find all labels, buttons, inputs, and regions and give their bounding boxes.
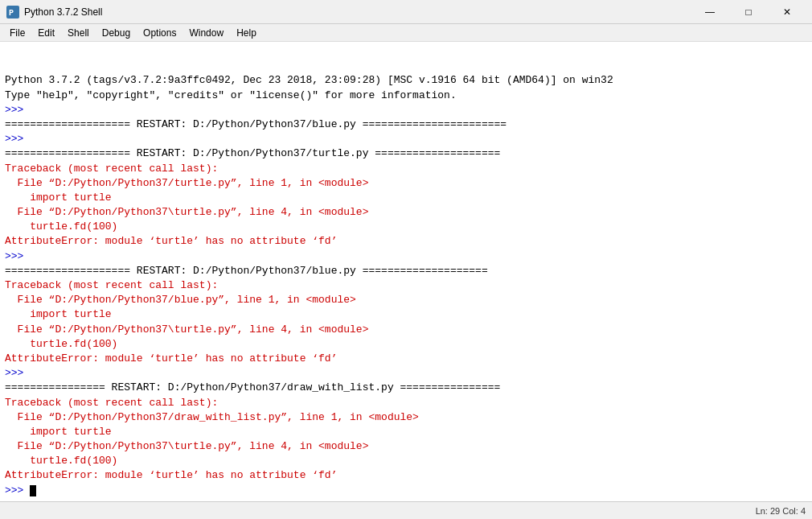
window-title: Python 3.7.2 Shell [24, 6, 691, 18]
menubar: FileEditShellDebugOptionsWindowHelp [0, 24, 812, 42]
shell-line: File “D:/Python/Python37/draw_with_list.… [5, 410, 807, 425]
maximize-button[interactable]: □ [730, 0, 767, 24]
shell-line: File “D:/Python/Python37/turtle.py”, lin… [5, 176, 807, 191]
shell-line: >>> [5, 132, 807, 146]
shell-line: import turtle [5, 191, 807, 205]
shell-line: import turtle [5, 307, 807, 322]
menu-item-file[interactable]: File [3, 26, 31, 40]
window-controls: — □ ✕ [691, 0, 806, 24]
shell-line: ==================== RESTART: D:/Python/… [5, 264, 807, 278]
app-icon: P [6, 6, 19, 19]
minimize-button[interactable]: — [691, 0, 728, 24]
shell-line: AttributeError: module ‘turtle’ has no a… [5, 352, 807, 366]
shell-line: import turtle [5, 425, 807, 439]
shell-line: >>> [5, 249, 807, 264]
menu-item-edit[interactable]: Edit [31, 26, 61, 40]
shell-line: ==================== RESTART: D:/Python/… [5, 117, 807, 132]
shell-line: ==================== RESTART: D:/Python/… [5, 146, 807, 161]
shell-line: File “D:/Python/Python37\turtle.py”, lin… [5, 205, 807, 220]
menu-item-debug[interactable]: Debug [96, 26, 137, 40]
menu-item-window[interactable]: Window [182, 26, 230, 40]
close-button[interactable]: ✕ [769, 0, 806, 24]
shell-line: File “D:/Python/Python37\turtle.py”, lin… [5, 323, 807, 337]
shell-cursor [30, 485, 36, 496]
shell-output[interactable]: Python 3.7.2 (tags/v3.7.2:9a3ffc0492, De… [0, 42, 812, 501]
shell-line: Python 3.7.2 (tags/v3.7.2:9a3ffc0492, De… [5, 73, 807, 88]
shell-line: Traceback (most recent call last): [5, 396, 807, 410]
shell-line: Traceback (most recent call last): [5, 162, 807, 176]
shell-line: turtle.fd(100) [5, 220, 807, 234]
shell-container: Python 3.7.2 (tags/v3.7.2:9a3ffc0492, De… [0, 42, 812, 501]
shell-line: >>> [5, 366, 807, 381]
shell-line: >>> [5, 484, 807, 498]
shell-line: AttributeError: module ‘turtle’ has no a… [5, 234, 807, 249]
shell-line: File “D:/Python/Python37\turtle.py”, lin… [5, 439, 807, 454]
shell-line: ================ RESTART: D:/Python/Pyth… [5, 381, 807, 395]
svg-text:P: P [9, 9, 14, 18]
shell-line: Traceback (most recent call last): [5, 278, 807, 293]
shell-line: turtle.fd(100) [5, 454, 807, 468]
shell-line: AttributeError: module ‘turtle’ has no a… [5, 468, 807, 483]
shell-line: turtle.fd(100) [5, 337, 807, 352]
menu-item-help[interactable]: Help [230, 26, 263, 40]
menu-item-shell[interactable]: Shell [61, 26, 96, 40]
titlebar: P Python 3.7.2 Shell — □ ✕ [0, 0, 812, 24]
statusbar: Ln: 29 Col: 4 [0, 501, 812, 519]
menu-item-options[interactable]: Options [137, 26, 182, 40]
shell-line: >>> [5, 103, 807, 117]
shell-line: Type "help", "copyright", "credits" or "… [5, 89, 807, 103]
cursor-position: Ln: 29 Col: 4 [756, 506, 806, 516]
shell-line: File “D:/Python/Python37/blue.py”, line … [5, 293, 807, 307]
